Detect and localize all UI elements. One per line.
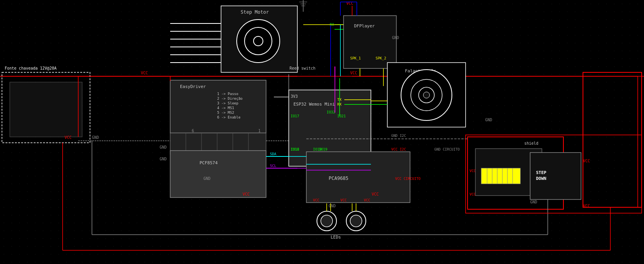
io19-label2: IO19 [319,147,327,151]
io21-label: IO21 [337,114,346,118]
pin4: 4 -> MS1 [217,106,234,110]
svg-point-65 [423,92,430,98]
gnd-circuito: GND CIRCUITO [434,147,460,151]
vcc-sd1: VCC [583,159,590,163]
svg-rect-40 [170,151,266,198]
vcc-fonte: VCC [65,135,72,140]
pin1: 1 -> Passo [217,92,238,96]
gnd-fonte: GND [92,135,99,140]
stepdown-label: STEP [536,170,547,175]
gnd-falante: GND [485,118,492,122]
svg-rect-6 [10,82,82,137]
pin2: 2 -> Direção [217,97,243,101]
pin6: 6 -> Enable [217,115,241,119]
io32-label: IO32 [327,110,335,114]
vcc-pca: VCC [372,192,379,196]
gnd-pca: GND [329,204,336,208]
easydriver-label: EasyDriver [180,84,206,89]
pca9685-label: PCA9685 [329,176,349,181]
pcf8574-label: PCF8574 [200,160,218,165]
gnd-sd: GND [530,200,537,204]
schematic-diagram: Fonte chaveada 12V@20A VCC GND VCC VCC S… [0,0,644,264]
gnd-easy2: GND [160,157,167,161]
vcc-circuito: VCC CIRCUITO [395,177,421,181]
vcc-led2: VCC [340,198,347,202]
fonte-label: Fonte chaveada 12V@20A [5,66,56,70]
vcc-right: VCC [350,71,357,75]
scl-label: SCL [270,164,276,168]
vcc-led1: VCC [313,198,319,202]
vcc-top-label: VCC [141,71,148,75]
gnd-easy: GND [160,145,167,149]
leds-label: LEDs [331,235,341,240]
vcc-i2c: VCC I2C [391,147,406,151]
dfplayer-label: DFPlayer [354,23,375,29]
esp32-label: ESP32 Wemos Mini [293,102,335,107]
gnd-dfplayer: GND [392,36,399,40]
svg-point-19 [254,36,263,46]
spk2-label: SPK_2 [376,56,386,60]
3v3-label: 3V3 [291,94,298,99]
svg-point-83 [350,215,362,227]
step-motor-label: Step Motor [241,9,269,15]
pin3: 3 -> Sleep [217,101,238,105]
io18-label2: IO18 [291,147,299,151]
spk1-label: SPK_1 [350,56,361,60]
shield-label: shield [524,141,538,145]
sda-label: SDA [270,152,277,156]
vcc-led3: VCC [364,198,370,202]
io17-label: IO17 [291,114,299,118]
svg-point-81 [321,215,333,227]
gnd-i2c-label: GND I2C [391,134,406,138]
pin-6: 6 [192,129,194,133]
vcc-shield3: VCC [470,192,476,196]
reed-switch-label: Reed switch [290,66,315,70]
stepdown-label2: DOWN [536,176,547,181]
pin-1: 1 [258,129,261,133]
svg-rect-76 [306,152,410,203]
gnd-pcf: GND [203,176,210,181]
vcc-shield1: VCC [470,169,476,173]
vcc-pcf: VCC [243,192,250,196]
pin5: 5 -> MS2 [217,111,234,115]
